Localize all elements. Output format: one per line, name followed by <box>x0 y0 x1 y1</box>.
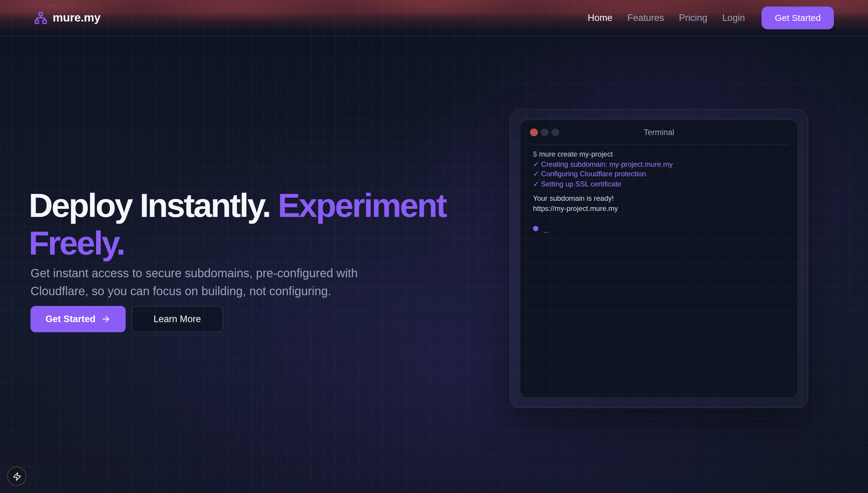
headline-purple-part-1: Experiment <box>278 187 446 224</box>
navbar: mure.my Home Features Pricing Login Get … <box>0 0 868 36</box>
hero-headline: Deploy Instantly. Experiment Freely. <box>29 187 507 262</box>
terminal-cursor: _ <box>544 223 548 233</box>
terminal-success-line: ✓ Creating subdomain: my-project.mure.my <box>533 159 785 169</box>
terminal-success-line: ✓ Configuring Cloudflare protection <box>533 169 785 179</box>
learn-more-button[interactable]: Learn More <box>131 306 223 332</box>
traffic-light-minimize-button[interactable] <box>541 128 548 136</box>
terminal-output-line: https://my-project.mure.my <box>533 203 785 213</box>
terminal-command-line: $ mure create my-project <box>533 149 785 159</box>
terminal-output-line: Your subdomain is ready! <box>533 194 785 203</box>
terminal-card: Terminal $ mure create my-project ✓ Crea… <box>510 109 808 408</box>
prompt-dot <box>533 226 538 231</box>
network-icon <box>34 11 47 24</box>
hero-subtitle-line-2: Cloudflare, so you can focus on building… <box>31 284 331 298</box>
hero-subtitle-line-1: Get instant access to secure subdomains,… <box>31 266 358 280</box>
headline-white-part: Deploy Instantly. <box>29 187 270 224</box>
terminal-title: Terminal <box>521 128 798 137</box>
terminal-success-line: ✓ Setting up SSL certificate <box>533 179 785 189</box>
nav-get-started-button[interactable]: Get Started <box>762 6 834 29</box>
terminal-body: $ mure create my-project ✓ Creating subd… <box>521 145 798 398</box>
hero-cta-row: Get Started Learn More <box>31 306 507 332</box>
traffic-light-close-button[interactable] <box>530 128 538 136</box>
zap-icon <box>12 472 21 481</box>
nav-link-pricing[interactable]: Pricing <box>679 12 707 23</box>
terminal-window: Terminal $ mure create my-project ✓ Crea… <box>520 120 798 398</box>
nav-link-login[interactable]: Login <box>722 12 745 23</box>
nav-link-home[interactable]: Home <box>588 12 612 23</box>
headline-purple-part-2: Freely. <box>29 224 124 262</box>
hero-subtitle: Get instant access to secure subdomains,… <box>31 264 507 300</box>
zap-fab-button[interactable] <box>7 467 26 486</box>
hero-get-started-label: Get Started <box>45 314 96 324</box>
hero-section: Deploy Instantly. Experiment Freely. Get… <box>29 187 507 332</box>
logo-text: mure.my <box>53 11 101 24</box>
hero-get-started-button[interactable]: Get Started <box>31 306 125 332</box>
arrow-right-icon <box>101 314 110 324</box>
landing-page: mure.my Home Features Pricing Login Get … <box>0 0 868 493</box>
terminal-prompt-row: _ <box>533 223 785 233</box>
logo[interactable]: mure.my <box>34 11 101 24</box>
nav-links: Home Features Pricing Login Get Started <box>588 6 834 29</box>
nav-link-features[interactable]: Features <box>627 12 664 23</box>
traffic-light-maximize-button[interactable] <box>551 128 559 136</box>
terminal-header: Terminal <box>521 120 798 145</box>
